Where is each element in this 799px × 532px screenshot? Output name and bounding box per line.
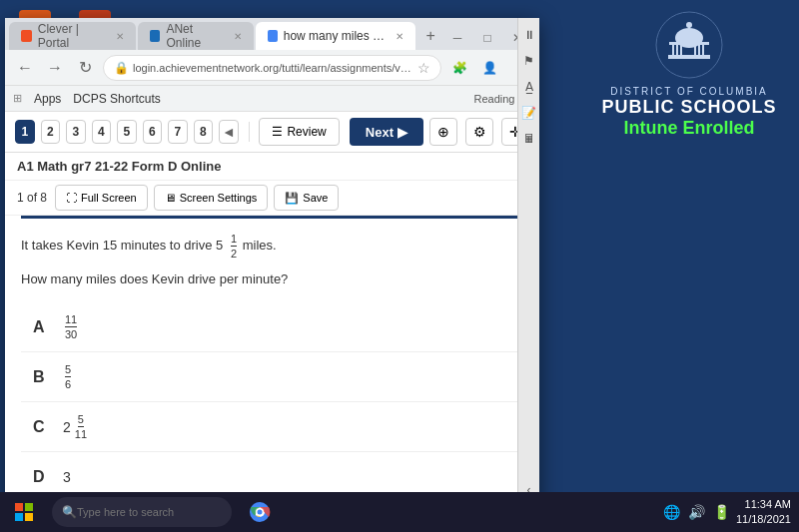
choice-c-content: 2 5 11	[63, 413, 89, 440]
question-fraction: 1 2	[227, 233, 239, 260]
clever-tab-icon	[21, 30, 32, 42]
minimize-button[interactable]: ─	[445, 26, 469, 50]
fullscreen-button[interactable]: ⛶ Full Screen	[55, 185, 148, 211]
side-calc-btn[interactable]: 🖩	[520, 130, 538, 148]
dc-text: DISTRICT OF COLUMBIA PUBLIC SCHOOLS Intu…	[601, 86, 776, 139]
next-arrow-icon: ▶	[398, 125, 407, 140]
toolbar-separator	[249, 122, 250, 142]
svg-rect-16	[25, 513, 33, 521]
page-btn-4[interactable]: 4	[92, 120, 112, 144]
page-btn-3[interactable]: 3	[66, 120, 86, 144]
page-btn-2[interactable]: 2	[41, 120, 61, 144]
tab-miles-label: how many miles per m...	[284, 29, 387, 43]
taskbar-right: 🌐 🔊 🔋 11:34 AM 11/18/2021	[663, 497, 799, 528]
question-body: It takes Kevin 15 minutes to drive 5 1 2…	[5, 219, 539, 507]
save-button[interactable]: 💾 Save	[274, 185, 339, 211]
page-btn-5[interactable]: 5	[117, 120, 137, 144]
subheader-buttons: ⛶ Full Screen 🖥 Screen Settings 💾 Save	[55, 185, 339, 211]
url-bar[interactable]: 🔒 login.achievementnetwork.org/tutti/lea…	[103, 55, 441, 81]
lock-icon: 🔒	[114, 61, 129, 75]
choice-c[interactable]: C 2 5 11	[21, 402, 523, 452]
fraction-display: 1 2	[231, 233, 237, 260]
svg-rect-2	[683, 38, 695, 42]
tab-miles[interactable]: how many miles per m... ✕	[256, 22, 415, 50]
bookmark-apps[interactable]: Apps	[34, 92, 61, 106]
profile-button[interactable]: 👤	[477, 56, 501, 80]
forward-button[interactable]: →	[43, 56, 67, 80]
dc-panel: DISTRICT OF COLUMBIA PUBLIC SCHOOLS Intu…	[589, 10, 789, 139]
fullscreen-btn-label: Full Screen	[81, 192, 137, 204]
choice-a-fraction: 11 30	[65, 313, 77, 340]
extensions-button[interactable]: 🧩	[447, 56, 471, 80]
anet-content: 1 2 3 4 5 6 7 8 ◄ ☰ Review Next ▶	[5, 112, 539, 507]
question-prompt-text: How many miles does Kevin drive per minu…	[21, 271, 288, 286]
choice-b-content: 5 6	[63, 363, 73, 390]
tab-miles-close[interactable]: ✕	[396, 31, 403, 42]
desktop: LW Lyric Wilkins P PowerPoint	[0, 0, 799, 532]
choice-a-num: 11	[65, 313, 77, 327]
bookmarks-bar: ⊞ Apps DCPS Shortcuts Reading list	[5, 86, 539, 112]
windows-logo-icon	[15, 503, 33, 521]
network-icon[interactable]: 🌐	[663, 504, 680, 520]
taskbar: 🔍 🌐 🔊 🔋	[0, 492, 799, 532]
review-button[interactable]: ☰ Review	[259, 118, 339, 146]
save-btn-label: Save	[303, 192, 328, 204]
volume-icon[interactable]: 🔊	[688, 504, 705, 520]
svg-point-20	[258, 510, 263, 515]
nav-arrows-icon[interactable]: ⊕	[429, 118, 457, 146]
next-button[interactable]: Next ▶	[350, 118, 423, 146]
fraction-denominator: 2	[231, 247, 237, 260]
choice-c-den: 11	[75, 427, 87, 440]
taskbar-chrome-icon[interactable]	[240, 492, 280, 532]
bookmark-dcps[interactable]: DCPS Shortcuts	[73, 92, 160, 106]
tab-anet-close[interactable]: ✕	[234, 31, 242, 42]
page-btn-6[interactable]: 6	[143, 120, 163, 144]
taskbar-date-label: 11/18/2021	[736, 512, 791, 527]
choice-d-letter: D	[33, 468, 63, 486]
choice-d-content: 3	[63, 469, 71, 485]
tab-anet[interactable]: ANet Online ✕	[138, 22, 255, 50]
anet-tab-icon	[150, 30, 161, 42]
choice-b[interactable]: B 5 6	[21, 352, 523, 402]
search-icon: 🔍	[62, 505, 77, 519]
answer-choices: A 11 30 B 5	[21, 302, 523, 502]
page-of-label: 1 of 8	[17, 191, 47, 205]
save-icon: 💾	[285, 192, 299, 205]
side-highlight-btn[interactable]: A̲	[520, 78, 538, 96]
fullscreen-icon: ⛶	[66, 192, 77, 204]
side-pause-btn[interactable]: ⏸	[520, 26, 538, 44]
prev-button[interactable]: ◄	[219, 120, 239, 144]
new-tab-button[interactable]: +	[417, 22, 443, 50]
page-btn-1[interactable]: 1	[15, 120, 35, 144]
side-notes-btn[interactable]: 📝	[520, 104, 538, 122]
anet-toolbar: 1 2 3 4 5 6 7 8 ◄ ☰ Review Next ▶	[5, 112, 539, 153]
maximize-button[interactable]: □	[475, 26, 499, 50]
taskbar-running-apps	[240, 492, 280, 532]
tab-clever[interactable]: Clever | Portal ✕	[9, 22, 136, 50]
dc-schools-label: PUBLIC SCHOOLS	[601, 97, 776, 118]
side-flag-btn[interactable]: ⚑	[520, 52, 538, 70]
star-icon[interactable]: ☆	[417, 60, 430, 76]
screen-settings-label: Screen Settings	[180, 192, 258, 204]
question-suffix: miles.	[243, 238, 277, 253]
back-button[interactable]: ←	[13, 56, 37, 80]
choice-a[interactable]: A 11 30	[21, 302, 523, 352]
choice-a-letter: A	[33, 318, 63, 336]
reload-button[interactable]: ↻	[73, 56, 97, 80]
page-btn-7[interactable]: 7	[168, 120, 188, 144]
review-icon: ☰	[272, 125, 283, 139]
settings-icon[interactable]: ⚙	[465, 118, 493, 146]
question-text: It takes Kevin 15 minutes to drive 5 1 2…	[21, 233, 523, 260]
svg-point-12	[686, 22, 692, 28]
start-button[interactable]	[0, 492, 48, 532]
taskbar-search-input[interactable]	[77, 506, 197, 518]
browser-window: Clever | Portal ✕ ANet Online ✕ how many…	[5, 18, 539, 507]
battery-icon[interactable]: 🔋	[713, 504, 730, 520]
choice-a-den: 30	[65, 327, 77, 340]
tab-clever-close[interactable]: ✕	[116, 31, 124, 42]
page-btn-8[interactable]: 8	[194, 120, 214, 144]
chrome-icon	[249, 501, 271, 523]
screen-settings-button[interactable]: 🖥 Screen Settings	[154, 185, 269, 211]
taskbar-search[interactable]: 🔍	[52, 497, 232, 527]
choice-b-num: 5	[65, 363, 71, 377]
